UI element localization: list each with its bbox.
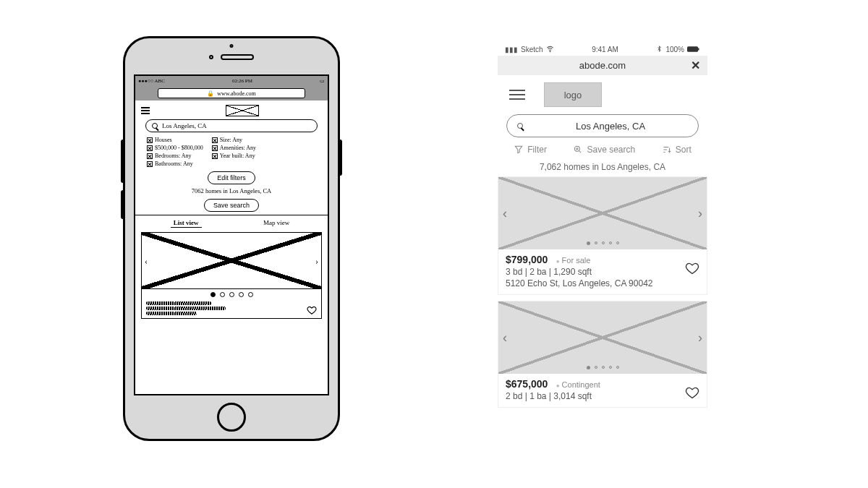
listing-card[interactable]: ‹ › $799,000 For sale 3 bd | 2 ba | 1,29… [498,176,707,295]
carousel-dot[interactable] [587,366,590,369]
carousel-dot[interactable] [602,366,605,369]
close-icon[interactable]: ✕ [691,59,700,72]
carousel-dot[interactable] [595,241,597,244]
signal-icon: ▮▮▮ [505,46,518,53]
home-button[interactable] [217,403,246,432]
chevron-left-icon[interactable]: ‹ [145,255,148,266]
listing-stats: 2 bd | 1 ba | 3,014 sqft [506,391,699,401]
filter-label: Bedrooms: Any [155,153,191,159]
carousel-dots [498,241,707,245]
logo-placeholder [226,105,259,116]
status-bar: ●●●○○ ABC 02:26 PM ▭ [135,76,328,86]
filter-checkbox[interactable] [147,137,153,143]
listing-status: For sale [556,256,591,265]
favorite-icon[interactable] [307,305,317,315]
status-time: 9:41 AM [592,46,618,53]
hamburger-icon[interactable] [509,90,525,100]
filter-checkbox[interactable] [212,137,218,143]
search-input[interactable]: Los Angeles, CA [145,119,318,132]
listing-image-placeholder: ‹ › [142,233,321,289]
carousel-dot[interactable] [587,241,590,245]
url-text: www.abode.com [217,90,256,97]
carousel-dot[interactable] [609,241,612,244]
search-icon [517,123,523,129]
action-label: Filter [527,145,547,155]
listing-price: $675,000 [506,378,548,390]
filter-label: Year built: Any [220,153,255,159]
tab-map-view[interactable]: Map view [260,218,292,228]
url-text: abode.com [579,60,626,71]
filter-label: Houses [155,137,172,143]
listing-card[interactable]: ‹ › $675,000 Contingent 2 bd | 1 ba | 3,… [498,301,707,408]
filter-label: Bathrooms: Any [155,160,193,167]
hamburger-icon[interactable] [141,107,150,114]
url-field[interactable]: 🔒 www.abode.com [158,88,305,98]
svg-point-4 [576,148,578,150]
carousel-dot[interactable] [616,241,619,244]
carousel-dot[interactable] [602,241,605,244]
listing-image-placeholder: ‹ › [498,301,707,374]
sort-icon [662,145,672,155]
status-carrier: ●●●○○ ABC [138,78,165,84]
svg-rect-2 [698,48,699,50]
carousel-dots [142,289,321,300]
url-bar: 🔒 www.abode.com [135,86,328,100]
search-value: Los Angeles, CA [533,121,688,132]
listing-text-placeholder [146,301,226,315]
carousel-dot[interactable] [220,292,225,297]
carousel-dot[interactable] [239,292,244,297]
edit-filters-button[interactable]: Edit filters [208,171,255,184]
filter-button[interactable]: Filter [514,145,547,155]
carousel-dot[interactable] [210,292,216,297]
hifi-phone: ▮▮▮ Sketch 9:41 AM 100% abode.com ✕ logo… [498,43,707,448]
filter-checkbox[interactable] [147,153,153,159]
svg-point-0 [550,51,550,52]
status-carrier: Sketch [521,46,543,53]
status-time: 02:26 PM [232,78,252,84]
filter-checkbox[interactable] [212,153,218,159]
carousel-dot[interactable] [248,292,253,297]
battery-icon: ▭ [320,78,325,84]
carousel-dot[interactable] [229,292,234,297]
filter-checkbox[interactable] [147,145,153,151]
url-bar[interactable]: abode.com ✕ [498,56,707,75]
tab-list-view[interactable]: List view [171,218,202,228]
filter-label: Amenities: Any [220,145,256,151]
chevron-right-icon[interactable]: › [698,330,702,346]
chevron-right-icon[interactable]: › [315,255,318,266]
favorite-icon[interactable] [685,261,699,275]
chevron-left-icon[interactable]: ‹ [503,206,507,221]
filter-checkbox[interactable] [147,161,153,167]
listing-address: 5120 Echo St, Los Angeles, CA 90042 [506,278,699,288]
chevron-right-icon[interactable]: › [698,206,702,221]
lock-icon: 🔒 [207,90,214,97]
svg-rect-1 [687,46,698,52]
search-value: Los Angeles, CA [162,122,207,129]
listing-image-placeholder: ‹ › [498,177,707,249]
carousel-dot[interactable] [595,366,597,369]
filter-checkbox[interactable] [212,145,218,151]
search-input[interactable]: Los Angeles, CA [506,114,699,137]
search-icon [152,123,158,129]
listing-price: $799,000 [506,254,548,265]
chevron-left-icon[interactable]: ‹ [503,330,507,346]
listing-status: Contingent [556,380,600,389]
battery-icon [687,46,700,54]
save-search-button[interactable]: Save search [573,145,635,155]
bluetooth-icon [656,45,663,54]
carousel-dot[interactable] [609,366,612,369]
results-count: 7,062 homes in Los Angeles, CA [498,160,707,176]
svg-point-3 [575,146,580,151]
results-count: 7062 homes in Los Angeles, CA [141,187,322,194]
filter-label: $500,000 - $800,000 [155,145,203,151]
action-label: Save search [587,145,635,155]
carousel-dot[interactable] [616,366,619,369]
sort-button[interactable]: Sort [662,145,692,155]
wireframe-screen: ●●●○○ ABC 02:26 PM ▭ 🔒 www.abode.com Los… [134,74,329,395]
favorite-icon[interactable] [685,385,699,400]
listing-card[interactable]: ‹ › [141,232,322,319]
save-search-button[interactable]: Save search [204,199,259,212]
view-tabs: List view Map view [141,215,322,229]
wifi-icon [546,45,554,54]
wireframe-phone: ●●●○○ ABC 02:26 PM ▭ 🔒 www.abode.com Los… [123,36,340,441]
